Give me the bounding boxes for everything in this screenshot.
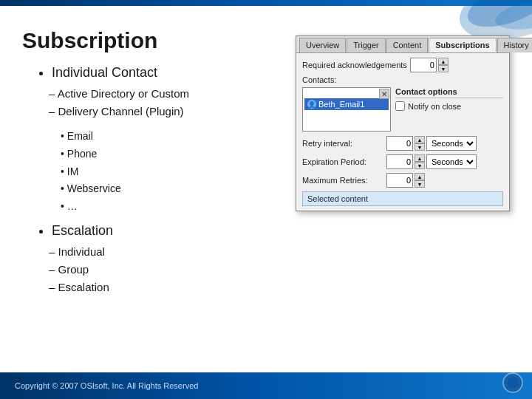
bullet-individual-contact: Individual Contact bbox=[52, 65, 281, 81]
dialog-window: Uverview Trigger Content Subscriptions H… bbox=[296, 35, 510, 211]
selected-content: Selected content bbox=[302, 191, 503, 206]
close-contacts-button[interactable]: ✕ bbox=[379, 89, 389, 99]
retry-interval-label: Retry interval: bbox=[302, 139, 383, 148]
item-webservice: Webservice bbox=[61, 180, 281, 198]
sub-list-contact: Active Directory or Custom Delivery Chan… bbox=[49, 85, 281, 120]
expiration-period-label: Expiration Period: bbox=[302, 157, 383, 166]
expiration-period-row: Expiration Period: ▲ ▼ Seconds bbox=[302, 154, 503, 169]
contact-name: Beth_Email1 bbox=[318, 100, 364, 109]
expiration-period-input-group: ▲ ▼ Seconds bbox=[386, 154, 477, 169]
contacts-section: ✕ 👤 Beth_Email1 Contact options Notify o… bbox=[302, 87, 503, 132]
item-email: Email bbox=[61, 128, 281, 146]
retry-interval-spinner[interactable]: ▲ ▼ bbox=[415, 136, 425, 151]
dialog-body: Required acknowledgements ▲ ▼ Contacts: … bbox=[296, 53, 509, 211]
maximum-retries-input[interactable] bbox=[386, 173, 413, 188]
contacts-label-row: Contacts: bbox=[302, 75, 503, 84]
retry-up[interactable]: ▲ bbox=[415, 136, 425, 143]
retry-interval-row: Retry interval: ▲ ▼ Seconds bbox=[302, 136, 503, 151]
contact-avatar: 👤 bbox=[307, 100, 316, 109]
sub-item-escalation: Escalation bbox=[49, 279, 281, 296]
sub-item-group: Group bbox=[49, 261, 281, 279]
notify-on-close-row: Notify on close bbox=[395, 101, 503, 111]
expiration-period-unit[interactable]: Seconds bbox=[426, 154, 477, 169]
sub-item-delivery-channel: Delivery Channel (Plugin) bbox=[49, 103, 281, 120]
contact-options-label: Contact options bbox=[395, 87, 503, 98]
dialog-tabs: Uverview Trigger Content Subscriptions H… bbox=[296, 36, 509, 53]
sub-list-escalation: Individual Group Escalation bbox=[49, 243, 281, 296]
sub-item-individual: Individual bbox=[49, 243, 281, 261]
contact-item[interactable]: 👤 Beth_Email1 bbox=[304, 98, 389, 110]
req-ack-label: Required acknowledgements bbox=[302, 61, 407, 69]
bullet-escalation: Escalation bbox=[52, 223, 281, 239]
tab-uverview[interactable]: Uverview bbox=[299, 38, 346, 52]
item-phone: Phone bbox=[61, 146, 281, 163]
req-ack-spinner[interactable]: ▲ ▼ bbox=[438, 58, 449, 72]
logo-area bbox=[502, 372, 523, 396]
exp-down[interactable]: ▼ bbox=[415, 162, 425, 169]
sub-item-active-directory: Active Directory or Custom bbox=[49, 85, 281, 103]
page-title: Subscription bbox=[22, 28, 281, 53]
left-panel: Subscription Individual Contact Active D… bbox=[22, 28, 281, 358]
expiration-period-spinner[interactable]: ▲ ▼ bbox=[415, 154, 425, 169]
retry-interval-input[interactable] bbox=[386, 136, 413, 151]
svg-point-4 bbox=[507, 377, 519, 389]
retry-down[interactable]: ▼ bbox=[415, 143, 425, 151]
max-retries-down[interactable]: ▼ bbox=[415, 180, 425, 188]
maximum-retries-input-group: ▲ ▼ bbox=[386, 173, 425, 188]
retry-interval-input-group: ▲ ▼ Seconds bbox=[386, 136, 477, 151]
retry-interval-unit[interactable]: Seconds bbox=[426, 136, 477, 151]
tab-trigger[interactable]: Trigger bbox=[347, 38, 385, 52]
maximum-retries-row: Maximum Retries: ▲ ▼ bbox=[302, 173, 503, 188]
contact-options: Contact options Notify on close bbox=[395, 87, 503, 132]
tab-content[interactable]: Content bbox=[386, 38, 429, 52]
item-im: IM bbox=[61, 163, 281, 181]
req-ack-down[interactable]: ▼ bbox=[438, 65, 449, 72]
maximum-retries-spinner[interactable]: ▲ ▼ bbox=[415, 173, 425, 188]
bottom-bar: Copyright © 2007 OSIsoft, Inc. All Right… bbox=[0, 372, 532, 399]
sub-sub-list: Email Phone IM Webservice … bbox=[61, 128, 281, 216]
notify-on-close-label: Notify on close bbox=[408, 102, 461, 111]
req-ack-input[interactable] bbox=[410, 58, 437, 72]
main-content: Subscription Individual Contact Active D… bbox=[0, 6, 532, 372]
maximum-retries-label: Maximum Retries: bbox=[302, 176, 383, 185]
copyright-text: Copyright © 2007 OSIsoft, Inc. All Right… bbox=[15, 381, 198, 390]
item-ellipsis: … bbox=[61, 198, 281, 216]
tab-history[interactable]: History bbox=[497, 38, 532, 52]
req-ack-input-group: ▲ ▼ bbox=[410, 58, 449, 72]
max-retries-up[interactable]: ▲ bbox=[415, 173, 425, 180]
expiration-period-input[interactable] bbox=[386, 154, 413, 169]
contacts-list-box: ✕ 👤 Beth_Email1 bbox=[302, 87, 391, 132]
req-ack-up[interactable]: ▲ bbox=[438, 58, 449, 65]
req-ack-row: Required acknowledgements ▲ ▼ bbox=[302, 58, 503, 72]
exp-up[interactable]: ▲ bbox=[415, 154, 425, 162]
right-panel: Uverview Trigger Content Subscriptions H… bbox=[296, 35, 510, 358]
notify-on-close-checkbox[interactable] bbox=[395, 101, 405, 111]
tab-subscriptions[interactable]: Subscriptions bbox=[429, 38, 496, 52]
